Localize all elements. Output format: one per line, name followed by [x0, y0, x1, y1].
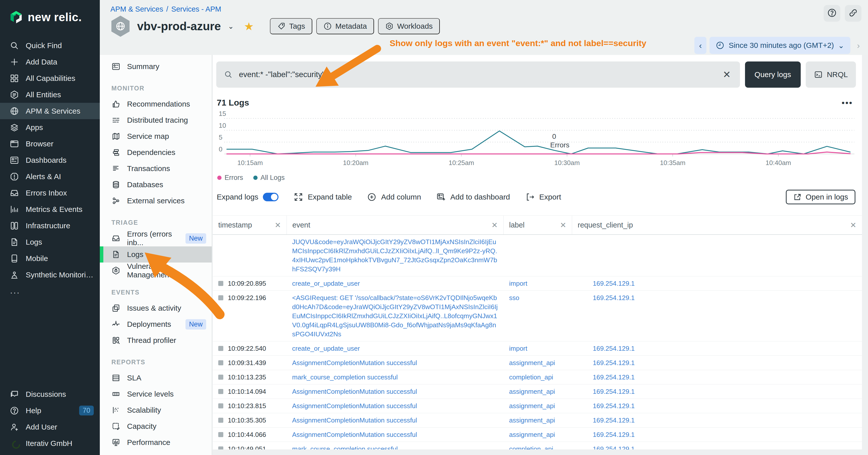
new-relic-logo[interactable]: new relic. — [0, 0, 100, 37]
sidebar-item-add-data[interactable]: Add Data — [0, 54, 100, 70]
sidebar-item-browser[interactable]: Browser — [0, 135, 100, 152]
row-select-icon[interactable] — [218, 346, 223, 351]
column-header-label[interactable]: label✕ — [503, 216, 572, 234]
sidebar-item-all-capabilities[interactable]: All Capabilities — [0, 70, 100, 87]
cell-label-link[interactable]: import — [509, 280, 527, 287]
add-column-button[interactable]: Add column — [367, 192, 421, 202]
cell-request-client-ip-link[interactable]: 169.254.129.1 — [593, 280, 634, 287]
cell-request-client-ip-link[interactable]: 169.254.129.1 — [593, 431, 634, 438]
log-search-bar[interactable]: ✕ — [216, 62, 740, 88]
log-table-row[interactable]: 10:09:31.439AssignmentCompletionMutation… — [213, 356, 862, 370]
sidebar-overflow-button[interactable]: ... — [0, 283, 100, 298]
cell-event-link[interactable]: AssignmentCompletionMutation successful — [292, 388, 417, 395]
sidebar-item-logs[interactable]: Logs — [0, 234, 100, 250]
breadcrumb-services-apm[interactable]: Services - APM — [172, 5, 221, 13]
sidebar-item-metrics-events[interactable]: Metrics & Events — [0, 201, 100, 218]
cell-label-link[interactable]: assignment_api — [509, 431, 555, 438]
cell-event-link[interactable]: JUQVU&code=eyJraWQiOiJjcGItY29yZV8wOTI1M… — [292, 238, 497, 273]
sidebar-item-mobile[interactable]: Mobile — [0, 250, 100, 266]
sidebar-item-service-map[interactable]: Service map — [100, 128, 212, 144]
sidebar-item-issues-activity[interactable]: Issues & activity — [100, 300, 212, 316]
sidebar-item-quick-find[interactable]: Quick Find — [0, 37, 100, 54]
breadcrumb-apm-services[interactable]: APM & Services — [111, 5, 163, 13]
sidebar-item-deployments[interactable]: DeploymentsNew — [100, 316, 212, 332]
cell-event-link[interactable]: AssignmentCompletionMutation successful — [292, 431, 417, 438]
sidebar-item-apps[interactable]: Apps — [0, 119, 100, 135]
remove-column-icon[interactable]: ✕ — [557, 221, 566, 229]
sidebar-item-add-user[interactable]: Add User — [0, 419, 100, 435]
cell-event-link[interactable]: mark_course_completion successful — [292, 445, 398, 450]
cell-event-link[interactable]: create_or_update_user — [292, 345, 360, 352]
cell-request-client-ip-link[interactable]: 169.254.129.1 — [593, 445, 634, 450]
cell-label-link[interactable]: sso — [509, 294, 519, 301]
metadata-button[interactable]: Metadata — [316, 18, 374, 34]
expand-logs-toggle[interactable]: Expand logs — [217, 193, 279, 201]
sidebar-item-scalability[interactable]: Scalability — [100, 402, 212, 418]
cell-request-client-ip-link[interactable]: 169.254.129.1 — [593, 373, 634, 381]
sidebar-item-all-entities[interactable]: All Entities — [0, 87, 100, 103]
log-table-row[interactable]: 10:10:23.815AssignmentCompletionMutation… — [213, 399, 862, 413]
column-header-request-client-ip[interactable]: request_client_ip✕ — [572, 216, 862, 234]
sidebar-item-dashboards[interactable]: Dashboards — [0, 152, 100, 168]
row-select-icon[interactable] — [218, 295, 223, 300]
entity-title[interactable]: vbv-prod-azure — [137, 20, 221, 33]
cell-event-link[interactable]: AssignmentCompletionMutation successful — [292, 402, 417, 410]
cell-request-client-ip-link[interactable]: 169.254.129.1 — [593, 359, 634, 366]
sidebar-item-infrastructure[interactable]: Infrastructure — [0, 218, 100, 234]
workloads-button[interactable]: Workloads — [378, 18, 440, 34]
cell-label-link[interactable]: assignment_api — [509, 388, 555, 395]
panel-menu-ellipsis-icon[interactable]: ••• — [841, 101, 853, 104]
cell-request-client-ip-link[interactable]: 169.254.129.1 — [593, 294, 634, 301]
toggle-on-icon[interactable] — [263, 193, 279, 201]
clear-query-icon[interactable]: ✕ — [721, 69, 733, 80]
sidebar-item-sla[interactable]: SLA — [100, 370, 212, 386]
time-range-previous-button[interactable]: ‹ — [694, 37, 707, 54]
cell-label-link[interactable]: completion_api — [509, 445, 553, 450]
sidebar-item-databases[interactable]: Databases — [100, 176, 212, 193]
sidebar-item-synthetic-monitoring[interactable]: Synthetic Monitoring — [0, 266, 100, 283]
sidebar-item-performance[interactable]: Performance — [100, 434, 212, 451]
cell-request-client-ip-link[interactable]: 169.254.129.1 — [593, 417, 634, 424]
row-select-icon[interactable] — [218, 447, 223, 450]
cell-label-link[interactable]: import — [509, 345, 527, 352]
remove-column-icon[interactable]: ✕ — [847, 221, 857, 229]
remove-column-icon[interactable]: ✕ — [272, 221, 281, 229]
sidebar-item-vulnerability-management[interactable]: Vulnerability Management — [100, 262, 212, 279]
row-select-icon[interactable] — [218, 360, 223, 365]
sidebar-item-recommendations[interactable]: Recommendations — [100, 96, 212, 112]
sidebar-item-iterativ-gmbh[interactable]: Iterativ GmbH — [0, 435, 100, 452]
log-table-row[interactable]: 10:10:35.305AssignmentCompletionMutation… — [213, 413, 862, 427]
cell-event-link[interactable]: create_or_update_user — [292, 280, 360, 287]
sidebar-item-summary[interactable]: Summary — [100, 59, 212, 74]
cell-request-client-ip-link[interactable]: 169.254.129.1 — [593, 402, 634, 410]
open-in-logs-button[interactable]: Open in logs — [786, 190, 856, 204]
sidebar-item-alerts-ai[interactable]: Alerts & AI — [0, 168, 100, 185]
sidebar-item-external-services[interactable]: External services — [100, 193, 212, 209]
time-range-selector[interactable]: Since 30 minutes ago (GMT+2) ⌄ — [710, 37, 850, 54]
cell-request-client-ip-link[interactable]: 169.254.129.1 — [593, 388, 634, 395]
log-table-row[interactable]: 10:10:49.051mark_course_completion succe… — [213, 442, 862, 450]
remove-column-icon[interactable]: ✕ — [489, 221, 498, 229]
log-table-row[interactable]: JUQVU&code=eyJraWQiOiJjcGItY29yZV8wOTI1M… — [213, 235, 862, 277]
sidebar-item-distributed-tracing[interactable]: Distributed tracing — [100, 112, 212, 128]
cell-event-link[interactable]: AssignmentCompletionMutation successful — [292, 359, 417, 366]
nrql-button[interactable]: NRQL — [806, 62, 856, 88]
sidebar-item-logs[interactable]: Logs — [100, 247, 212, 262]
sidebar-item-errors-errors-inb[interactable]: Errors (errors inb...New — [100, 230, 212, 247]
sidebar-item-errors-inbox[interactable]: Errors Inbox — [0, 185, 100, 201]
log-table-row[interactable]: 10:10:44.066AssignmentCompletionMutation… — [213, 427, 862, 442]
column-header-timestamp[interactable]: timestamp✕ — [213, 216, 286, 234]
log-table-row[interactable]: 10:10:14.094AssignmentCompletionMutation… — [213, 385, 862, 399]
cell-event-link[interactable]: mark_course_completion successful — [292, 373, 398, 381]
column-header-event[interactable]: event✕ — [286, 216, 503, 234]
export-button[interactable]: Export — [525, 192, 561, 202]
sidebar-item-help[interactable]: Help70 — [0, 402, 100, 419]
sidebar-item-thread-profiler[interactable]: Thread profiler — [100, 332, 212, 349]
log-query-input[interactable] — [239, 70, 716, 79]
row-select-icon[interactable] — [218, 281, 223, 286]
row-select-icon[interactable] — [218, 403, 223, 409]
favorite-star-icon[interactable]: ★ — [244, 20, 254, 33]
legend-item-all-logs[interactable]: All Logs — [253, 174, 285, 182]
log-table-row[interactable]: 10:10:13.235mark_course_completion succe… — [213, 370, 862, 385]
log-table-row[interactable]: 10:09:22.540create_or_update_userimport1… — [213, 342, 862, 356]
